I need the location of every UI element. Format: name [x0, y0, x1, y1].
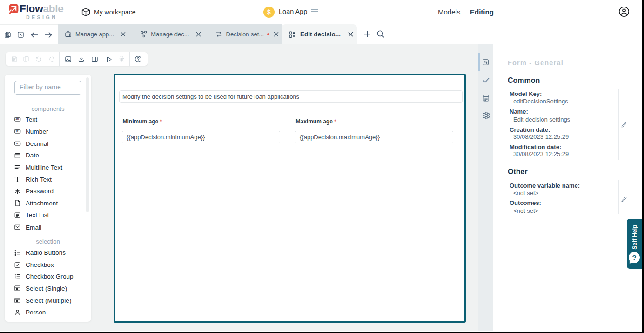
svg-text:12: 12: [16, 142, 19, 145]
svg-text:12: 12: [16, 130, 19, 133]
svg-text:AB: AB: [15, 118, 19, 121]
